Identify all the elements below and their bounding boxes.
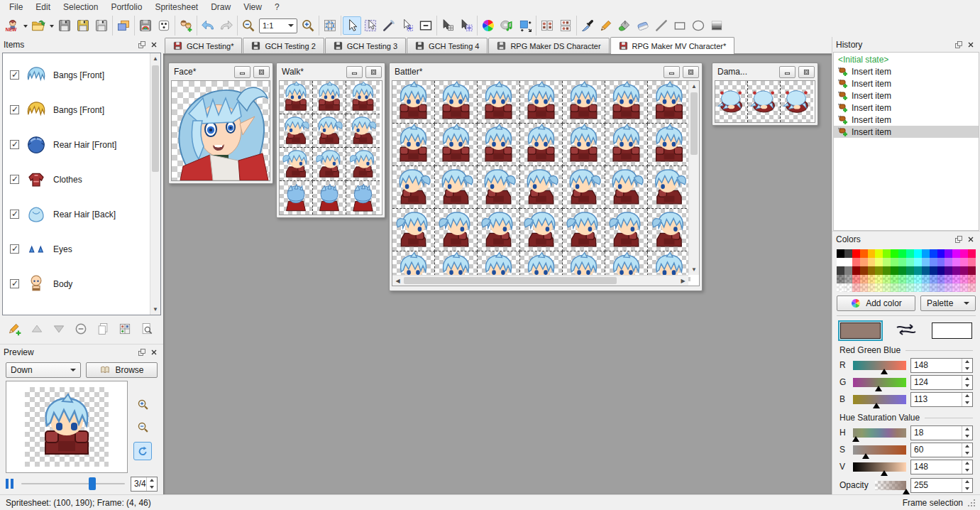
palette-color-swatch[interactable] [875, 283, 883, 292]
close-panel-icon[interactable] [964, 234, 976, 244]
palette-color-swatch[interactable] [868, 249, 876, 258]
sprite-frame[interactable] [520, 166, 563, 209]
sprite-frame[interactable] [346, 181, 380, 215]
palette-color-swatch[interactable] [914, 275, 922, 283]
damage-window[interactable]: Dama... [712, 63, 818, 126]
opacity-value-spinner[interactable]: 255 [910, 478, 973, 493]
sprite-frame[interactable] [313, 148, 346, 181]
frame-slider-thumb[interactable] [89, 477, 96, 490]
history-entry[interactable]: Insert item [834, 102, 979, 114]
sprite-frame[interactable] [435, 166, 478, 209]
palette-color-swatch[interactable] [883, 283, 891, 292]
list-item[interactable]: Clothes [3, 162, 149, 197]
color-wheel-button[interactable] [479, 16, 497, 35]
spinner-arrows[interactable] [962, 426, 972, 440]
sprite-frame[interactable] [346, 81, 380, 114]
sprite-frame[interactable] [392, 81, 435, 124]
sprite-frame[interactable] [520, 209, 563, 251]
dropdown-button[interactable] [21, 16, 29, 35]
preview-zoom-in-button[interactable] [135, 396, 150, 412]
battler-window-titlebar[interactable]: Battler* [390, 63, 702, 79]
sprite-frame[interactable] [392, 166, 435, 209]
sprite-frame[interactable] [392, 209, 435, 251]
g-value-spinner[interactable]: 124 [910, 375, 973, 390]
palette-color-swatch[interactable] [930, 249, 937, 258]
menu-edit[interactable]: Edit [29, 1, 57, 13]
battler-vertical-scrollbar[interactable]: ▲ ▼ [688, 81, 699, 275]
list-item[interactable]: Rear Hair [Front] [3, 127, 149, 162]
fill-bucket-button[interactable] [615, 16, 634, 35]
close-panel-icon[interactable] [964, 39, 976, 50]
duplicate-item-button[interactable] [95, 321, 111, 337]
palette-color-swatch[interactable] [960, 258, 968, 266]
palette-color-swatch[interactable] [906, 249, 914, 258]
palette-color-swatch[interactable] [891, 249, 898, 258]
redo-button[interactable] [217, 16, 236, 35]
damage-window-titlebar[interactable]: Dama... [712, 63, 817, 79]
palette-color-swatch[interactable] [930, 275, 937, 283]
palette-color-swatch[interactable] [960, 266, 968, 275]
menu-selection[interactable]: Selection [57, 1, 104, 13]
sprite-frame[interactable] [478, 124, 520, 166]
palette-color-swatch[interactable] [898, 283, 906, 292]
export-image-button[interactable] [136, 16, 155, 35]
palette-color-swatch[interactable] [937, 283, 945, 292]
minimize-icon[interactable] [234, 66, 250, 78]
sprite-frame[interactable] [280, 114, 313, 148]
palette-color-swatch[interactable] [922, 249, 930, 258]
find-item-button[interactable] [139, 321, 155, 337]
merge-item-button[interactable] [117, 321, 133, 337]
face-window-titlebar[interactable]: Face* [169, 63, 272, 79]
palette-color-swatch[interactable] [968, 283, 976, 292]
b-gradient-slider[interactable] [853, 395, 906, 404]
palette-color-swatch[interactable] [937, 275, 945, 283]
palette-color-swatch[interactable] [952, 258, 960, 266]
b-value-spinner[interactable]: 113 [910, 392, 973, 407]
split-horizontal-button[interactable] [538, 16, 556, 35]
select-rect-tool-button[interactable] [361, 16, 380, 35]
sprite-frame[interactable] [605, 209, 648, 251]
sprite-frame[interactable] [280, 81, 313, 114]
palette-color-swatch[interactable] [852, 275, 860, 283]
walk-window-titlebar[interactable]: Walk* [277, 63, 385, 79]
sprite-frame[interactable] [478, 81, 520, 124]
item-checkbox[interactable] [10, 210, 19, 219]
tab-gch-testing-[interactable]: GCH Testing* [165, 38, 242, 53]
pencil-button[interactable] [597, 16, 615, 35]
item-checkbox[interactable] [10, 279, 19, 288]
face-window[interactable]: Face* [168, 63, 273, 184]
palette-color-swatch[interactable] [914, 258, 922, 266]
transform-grid-button[interactable] [321, 16, 339, 35]
palette-color-swatch[interactable] [852, 266, 860, 275]
history-entry[interactable]: Insert item [834, 77, 979, 89]
sprite-frame[interactable] [346, 148, 380, 181]
palette-color-swatch[interactable] [914, 283, 922, 292]
frame-selection-tool-button[interactable] [417, 16, 435, 35]
slider-marker[interactable] [875, 386, 882, 391]
list-item[interactable]: Bangs [Front] [3, 92, 149, 127]
menu-file[interactable]: File [3, 1, 29, 13]
palette-color-swatch[interactable] [868, 258, 876, 266]
sprite-frame[interactable] [520, 81, 563, 124]
cursor-frame-add-tool-button[interactable] [457, 16, 475, 35]
sprite-frame[interactable] [715, 81, 748, 122]
list-item[interactable]: Bangs [Front] [3, 58, 149, 92]
opacity-gradient-slider[interactable] [875, 481, 906, 490]
history-initial-state[interactable]: <Initial state> [834, 54, 979, 65]
sprite-frame[interactable] [648, 124, 690, 166]
save-all-button[interactable] [74, 16, 92, 35]
sprite-frame[interactable] [435, 124, 478, 166]
sprite-frame[interactable] [748, 81, 781, 122]
loop-playback-button[interactable] [133, 442, 152, 460]
list-item[interactable]: Body [3, 266, 149, 301]
restore-icon[interactable] [683, 66, 699, 78]
item-checkbox[interactable] [10, 244, 19, 254]
minimize-icon[interactable] [346, 66, 363, 78]
zoom-level-select[interactable]: 1:1 [259, 18, 297, 33]
minimize-icon[interactable] [664, 66, 680, 78]
palette-color-swatch[interactable] [844, 266, 852, 275]
h-gradient-slider[interactable] [853, 428, 906, 438]
palette-color-swatch[interactable] [875, 266, 883, 275]
list-item[interactable]: Rear Hair [Back] [3, 197, 149, 232]
tab-rpg-maker-mv-character-[interactable]: RPG Maker MV Character* [610, 37, 735, 54]
